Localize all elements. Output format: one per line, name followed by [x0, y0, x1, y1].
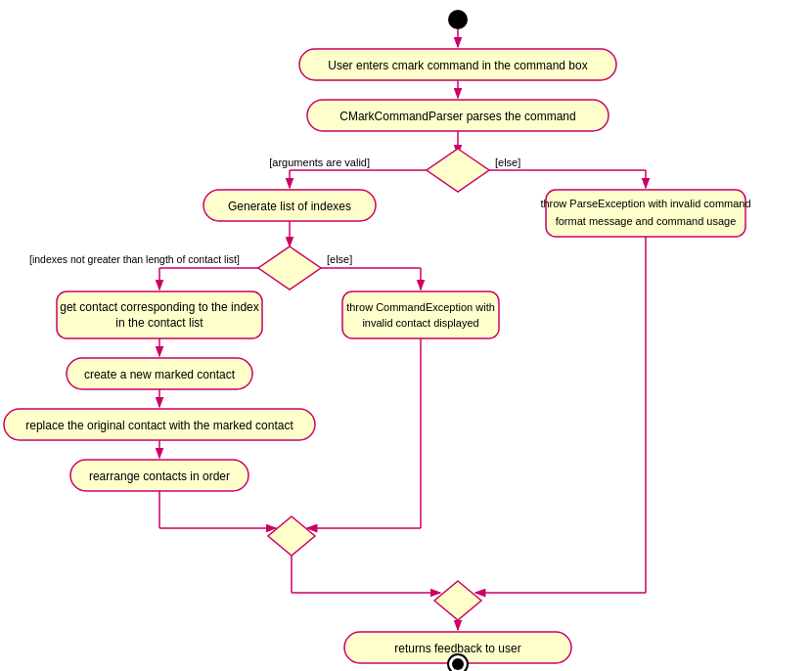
throw-cmd-line1: throw CommandException with: [346, 301, 495, 313]
replace-contact-label: replace the original contact with the ma…: [25, 419, 293, 432]
throw-cmd-line2: invalid contact displayed: [362, 317, 478, 329]
get-contact-box: [57, 291, 262, 338]
label-else-right: [else]: [495, 157, 520, 168]
throw-parse-line2: format message and command usage: [556, 215, 737, 227]
user-enters-label: User enters cmark command in the command…: [328, 59, 587, 72]
get-contact-text2: in the contact list: [115, 316, 203, 330]
label-else2: [else]: [327, 253, 352, 265]
returns-feedback-label: returns feedback to user: [394, 642, 520, 655]
label-indexes-left: [indexes not greater than length of cont…: [29, 253, 240, 265]
diagram-container: User enters cmark command in the command…: [0, 0, 812, 671]
throw-command-box: [342, 291, 499, 338]
label-args-valid: [arguments are valid]: [269, 157, 370, 168]
rearrange-label: rearrange contacts in order: [89, 470, 230, 483]
generate-indexes-label: Generate list of indexes: [228, 200, 351, 213]
throw-parse-line1: throw ParseException with invalid comman…: [540, 198, 750, 209]
start-circle: [448, 10, 468, 29]
parser-label: CMarkCommandParser parses the command: [339, 110, 575, 123]
end-inner-circle: [452, 658, 464, 670]
create-marked-label: create a new marked contact: [84, 368, 236, 381]
get-contact-text1: get contact corresponding to the index: [60, 300, 258, 314]
